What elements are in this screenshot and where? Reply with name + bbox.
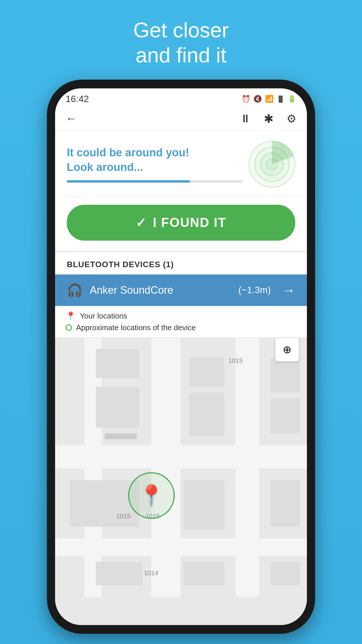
map-pin-area: 📍 bbox=[139, 485, 164, 506]
map-pin-icon: 📍 bbox=[139, 484, 164, 507]
back-button[interactable]: ← bbox=[66, 112, 77, 125]
svg-rect-16 bbox=[183, 480, 224, 530]
svg-rect-11 bbox=[271, 358, 300, 393]
scan-text-area: It could be around you! Look around... bbox=[67, 146, 243, 183]
map-label-1015-top: 1015 bbox=[229, 357, 243, 365]
map-locate-button[interactable]: ⊕ bbox=[275, 338, 299, 361]
device-arrow-icon: → bbox=[282, 283, 295, 298]
found-button-section: ✓ I FOUND IT bbox=[55, 197, 307, 252]
svg-rect-9 bbox=[189, 358, 224, 387]
svg-rect-10 bbox=[189, 393, 224, 436]
map-label-1014: 1014 bbox=[144, 569, 158, 577]
svg-rect-7 bbox=[96, 349, 140, 378]
map-section: 📍 Your locations Approximate locations o… bbox=[55, 306, 307, 625]
mute-icon: 🔇 bbox=[253, 95, 262, 103]
bluetooth-section: BLUETOOTH DEVICES (1) 🎧 Anker SoundCore … bbox=[55, 252, 307, 306]
legend-your-locations-label: Your locations bbox=[80, 312, 127, 321]
found-it-label: I FOUND IT bbox=[153, 215, 226, 230]
status-time: 16:42 bbox=[66, 94, 89, 104]
toolbar-left: ← bbox=[66, 112, 77, 125]
legend-circle-icon bbox=[66, 324, 72, 331]
header-title: Get closer and find it bbox=[133, 18, 229, 68]
radar-ring-4 bbox=[266, 158, 278, 170]
phone-screen: 16:42 ⏰ 🔇 📶 ▐▌ 🔋 ← ⏸ ✱ ⚙ bbox=[55, 88, 307, 625]
svg-rect-4 bbox=[236, 334, 259, 597]
legend-your-locations: 📍 Your locations bbox=[66, 311, 296, 321]
signal-icon: ▐▌ bbox=[277, 96, 285, 102]
legend-approx-locations: Approximate locations of the device bbox=[66, 323, 296, 332]
svg-rect-18 bbox=[271, 480, 300, 527]
settings-button[interactable]: ⚙ bbox=[287, 112, 296, 125]
location-pin-icon: 📍 bbox=[66, 311, 76, 321]
progress-bar-container bbox=[67, 180, 243, 183]
alarm-icon: ⏰ bbox=[242, 95, 250, 103]
svg-rect-19 bbox=[271, 562, 300, 585]
map-svg bbox=[55, 306, 307, 625]
svg-rect-12 bbox=[271, 398, 300, 433]
app-toolbar: ← ⏸ ✱ ⚙ bbox=[55, 107, 307, 130]
svg-rect-15 bbox=[96, 562, 143, 585]
check-icon: ✓ bbox=[136, 215, 147, 230]
legend-approx-locations-label: Approximate locations of the device bbox=[76, 323, 196, 332]
pause-button[interactable]: ⏸ bbox=[240, 112, 251, 125]
crosshair-icon: ⊕ bbox=[283, 344, 291, 356]
svg-rect-6 bbox=[96, 387, 140, 428]
status-icons: ⏰ 🔇 📶 ▐▌ 🔋 bbox=[242, 95, 296, 103]
wifi-icon: 📶 bbox=[265, 95, 274, 103]
toolbar-right: ⏸ ✱ ⚙ bbox=[240, 112, 296, 125]
battery-icon: 🔋 bbox=[288, 95, 296, 103]
svg-rect-17 bbox=[183, 562, 224, 585]
device-name: Anker SoundCore bbox=[90, 284, 231, 296]
scan-section: It could be around you! Look around... bbox=[55, 130, 307, 197]
svg-rect-8 bbox=[105, 433, 137, 439]
phone-frame: 16:42 ⏰ 🔇 📶 ▐▌ 🔋 ← ⏸ ✱ ⚙ bbox=[47, 80, 315, 634]
map-legend: 📍 Your locations Approximate locations o… bbox=[55, 306, 307, 338]
headphone-icon: 🎧 bbox=[67, 283, 83, 298]
device-distance: (~1.3m) bbox=[238, 285, 271, 295]
bluetooth-device-row[interactable]: 🎧 Anker SoundCore (~1.3m) → bbox=[55, 274, 307, 306]
radar-animation bbox=[249, 141, 295, 188]
status-bar: 16:42 ⏰ 🔇 📶 ▐▌ 🔋 bbox=[55, 88, 307, 107]
bluetooth-header: BLUETOOTH DEVICES (1) bbox=[55, 252, 307, 274]
map-label-1015-left: 1015 bbox=[116, 512, 131, 520]
scan-title: It could be around you! Look around... bbox=[67, 146, 243, 174]
page-header: Get closer and find it bbox=[133, 0, 229, 80]
bluetooth-button[interactable]: ✱ bbox=[264, 112, 274, 125]
progress-bar-fill bbox=[67, 180, 190, 183]
found-it-button[interactable]: ✓ I FOUND IT bbox=[67, 205, 295, 241]
